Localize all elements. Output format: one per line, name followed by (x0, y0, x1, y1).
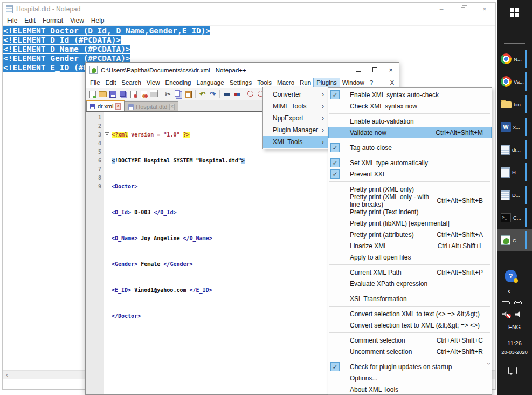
menu-item-nppexport[interactable]: NppExport› (263, 112, 328, 124)
menu-item-pretty-print-libxml[interactable]: Pretty print (libXML) [experimental] (328, 217, 492, 229)
npp-menu-file[interactable]: File (87, 78, 103, 87)
npp-menu-plugins[interactable]: Plugins (314, 78, 340, 87)
tab-hospital-dtd[interactable]: Hospital.dtd × (125, 101, 178, 111)
new-file-icon[interactable] (88, 90, 97, 99)
find-icon[interactable] (222, 90, 231, 99)
npp-menu-window[interactable]: Window (340, 78, 367, 87)
submenu-arrow-icon: › (322, 114, 324, 122)
npp-menu-tools[interactable]: Tools (254, 78, 274, 87)
xml-tag: </Doctor> (112, 313, 141, 319)
notepad-menubar: File Edit Format View Help (3, 16, 495, 26)
speaker-icon[interactable] (515, 311, 522, 317)
close-all-icon[interactable] (139, 90, 148, 99)
cut-icon[interactable]: ✂ (163, 90, 172, 99)
menu-item-current-xml-path[interactable]: Current XML PathCtrl+Alt+Shift+P (328, 267, 492, 278)
close-file-icon[interactable] (129, 90, 138, 99)
tab-close-icon[interactable]: × (169, 104, 175, 110)
zoom-in-icon[interactable] (246, 90, 255, 99)
notepad-menu-help[interactable]: Help (91, 17, 109, 24)
menu-item-xsl-transformation[interactable]: XSL Transformation (328, 293, 492, 304)
notepad-restore-button[interactable] (452, 3, 474, 16)
tab-close-icon[interactable]: × (115, 103, 121, 110)
show-hidden-icons-chevron[interactable]: ‹ (508, 287, 510, 295)
replace-icon[interactable] (232, 90, 241, 99)
notepad-menu-format[interactable]: Format (43, 17, 68, 24)
menu-item-check-for-plugin-updates[interactable]: ✓Check for plugin updates on startup (328, 361, 492, 372)
npp-menu-run[interactable]: Run (297, 78, 314, 87)
document-close-button[interactable]: X (385, 79, 399, 86)
notepad-menu-edit[interactable]: Edit (24, 17, 40, 24)
check-icon: ✓ (330, 143, 340, 152)
wifi-icon[interactable] (514, 299, 522, 304)
open-file-icon[interactable] (98, 90, 107, 99)
npp-menu-help[interactable]: ? (367, 78, 376, 87)
print-icon[interactable] (149, 90, 158, 99)
npp-menu-view[interactable]: View (144, 78, 163, 87)
paste-icon[interactable] (184, 90, 193, 99)
fold-collapse-icon[interactable] (105, 132, 109, 137)
menu-item-set-xml-type-automatically[interactable]: ✓Set XML type automatically (328, 157, 492, 168)
menu-item-pretty-print-line-breaks[interactable]: Pretty print (XML only - with line break… (328, 195, 492, 206)
xml-value: D-003 (131, 209, 154, 215)
copy-icon[interactable] (174, 90, 183, 99)
menu-item-converter[interactable]: Converter› (263, 88, 328, 100)
notepad-minimize-button[interactable]: – (431, 3, 452, 16)
language-indicator[interactable]: ENG (497, 324, 532, 330)
menu-shortcut: Ctrl+Alt+Shift+B (437, 197, 483, 205)
save-all-icon[interactable] (119, 90, 128, 99)
battery-icon[interactable] (502, 301, 509, 305)
menu-item-prevent-xxe[interactable]: ✓Prevent XXE (328, 168, 492, 180)
menu-item-label: MIME Tools (273, 103, 306, 110)
menu-item-check-xml-syntax-now[interactable]: Check XML syntax now (328, 100, 492, 112)
npp-close-button[interactable]: × (383, 63, 399, 77)
menu-item-uncomment-selection[interactable]: Uncomment selectionCtrl+Alt+Shift+R (328, 346, 492, 357)
notepad-menu-view[interactable]: View (70, 17, 89, 24)
menu-item-convert-xml-to-text[interactable]: Convert selection XML to text (<> => &lt… (328, 308, 492, 319)
notepad-menu-file[interactable]: File (7, 17, 22, 24)
menu-item-options[interactable]: Options... (328, 372, 492, 384)
menu-item-comment-selection[interactable]: Comment selectionCtrl+Alt+Shift+C (328, 335, 492, 346)
save-icon[interactable] (108, 90, 118, 99)
npp-menu-edit[interactable]: Edit (103, 78, 119, 87)
xml-tag: </E_ID> (190, 287, 212, 293)
menu-item-enable-xml-syntax-auto-check[interactable]: ✓Enable XML syntax auto-check (328, 89, 492, 100)
menu-item-enable-auto-validation[interactable]: Enable auto-validation (328, 115, 492, 127)
menu-item-about-xml-tools[interactable]: About XML Tools (328, 384, 492, 395)
redo-icon[interactable]: ↷ (208, 90, 217, 99)
clock-time[interactable]: 11:26 (497, 340, 532, 346)
npp-menu-language[interactable]: Language (194, 78, 226, 87)
tab-dr-xml[interactable]: dr.xml × (86, 100, 125, 111)
menu-item-xml-tools[interactable]: XML Tools› (263, 136, 328, 148)
plugins-dropdown-menu: Converter› MIME Tools› NppExport› Plugin… (262, 87, 329, 149)
clock-date[interactable]: 20-03-2020 (497, 349, 532, 355)
line-number-gutter: 1 2 3 4 5 6 7 8 9 (86, 112, 104, 394)
help-tray-icon[interactable]: ? (505, 270, 517, 282)
action-center-icon[interactable] (508, 367, 517, 374)
npp-menu-settings[interactable]: Settings (227, 78, 255, 87)
npp-menu-search[interactable]: Search (119, 78, 143, 87)
npp-menu-macro[interactable]: Macro (274, 78, 297, 87)
system-tray: ? ‹ ENG 11:26 20-03-2020 (497, 0, 532, 395)
npp-menu-encoding[interactable]: Encoding (163, 78, 194, 87)
notepad-close-button[interactable]: × (474, 3, 495, 16)
menu-item-linarize-xml[interactable]: Linarize XMLCtrl+Alt+Shift+L (328, 240, 492, 251)
menu-separator (328, 112, 492, 115)
menu-item-evaluate-xpath-expression[interactable]: Evaluate XPath expression (328, 278, 492, 289)
menu-item-plugin-manager[interactable]: Plugin Manager› (263, 124, 328, 136)
close-icon: × (482, 5, 486, 13)
undo-icon[interactable]: ↶ (198, 90, 207, 99)
menu-item-mime-tools[interactable]: MIME Tools› (263, 100, 328, 112)
menu-item-pretty-print-text-indent[interactable]: Pretty print (Text indent) (328, 206, 492, 217)
menu-item-label: Pretty print (libXML) [experimental] (350, 220, 450, 227)
menu-shortcut: Ctrl+Alt+Shift+R (437, 348, 483, 356)
menu-item-tag-auto-close[interactable]: ✓Tag auto-close (328, 142, 492, 153)
npp-maximize-button[interactable] (367, 63, 383, 77)
menu-item-validate-now[interactable]: Validate nowCtrl+Alt+Shift+M (328, 127, 492, 138)
menu-item-apply-to-all-open-files[interactable]: Apply to all open files (328, 251, 492, 263)
menu-scroll-down-icon[interactable]: › (485, 363, 492, 365)
menu-item-convert-text-to-xml[interactable]: Convert selection text to XML (&lt;&gt; … (328, 319, 492, 331)
scroll-left-icon[interactable]: ‹ (3, 371, 8, 379)
menu-item-pretty-print-attributes[interactable]: Pretty print (attributes)Ctrl+Alt+Shift+… (328, 229, 492, 240)
menu-separator (328, 304, 492, 308)
npp-minimize-button[interactable] (350, 63, 367, 77)
